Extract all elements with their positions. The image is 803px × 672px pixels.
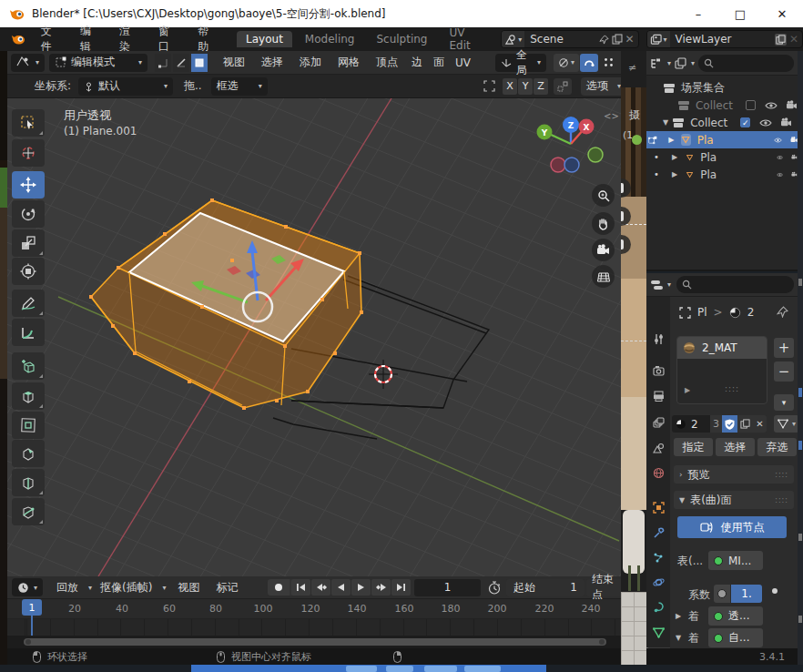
next-keyframe-button[interactable] [371,579,391,596]
fake-user-shield-button[interactable] [722,415,737,433]
vp-menu-uv[interactable]: UV [450,56,476,69]
material-users-button[interactable]: 3 [710,415,722,433]
unlink-material-button[interactable]: ✕ [753,415,767,433]
outliner-row-plane-3[interactable]: • ▶ Pla [646,166,798,183]
select-mode-edge[interactable] [173,54,189,72]
timeline-menu-view[interactable]: 视图 [169,580,208,596]
tab-modifiers[interactable] [646,522,670,544]
snap-target-icon[interactable] [483,79,496,93]
play-reverse-button[interactable] [331,579,351,596]
breadcrumb-material[interactable]: 2 [747,306,755,319]
viewlayer-copy-icon[interactable] [775,34,787,46]
timeline-ruler[interactable]: 20 40 60 80 100 120 140 160 180 200 220 … [7,599,621,619]
scene-unlink-icon[interactable]: ✕ [625,33,635,46]
playhead-current-frame[interactable]: 1 [22,599,42,616]
snap-dropdown[interactable]: ▾ [554,54,579,72]
outliner-filter-button[interactable]: ▾ [675,57,695,69]
editor-type-button[interactable]: ▾ [11,54,45,72]
tool-loop-cut[interactable] [12,469,45,496]
axis-x-toggle[interactable]: X [503,78,517,95]
workspace-tab-sculpting[interactable]: Sculpting [367,31,436,47]
tool-annotate[interactable] [12,290,45,317]
pan-hand-button[interactable] [592,212,615,235]
deselect-button[interactable]: 弃选 [757,438,797,456]
vp-menu-face[interactable]: 面 [428,55,450,70]
outliner-row-plane-2[interactable]: • ▶ Pla [646,148,798,166]
mode-dropdown[interactable]: 编辑模式 ▾ [49,54,147,72]
vp-menu-view[interactable]: 视图 [215,55,253,70]
shader2-dropdown[interactable]: 自... [708,628,763,647]
minimize-button[interactable]: – [677,0,719,27]
select-mode-face[interactable] [191,54,208,72]
prev-keyframe-button[interactable] [311,579,330,596]
viewport-3d[interactable]: Z X Y 用户透视 (1) Plane.001 <> [7,98,621,576]
use-nodes-button[interactable]: 使用节点 [677,516,787,538]
select-tool-dropdown[interactable]: 框选 ▾ [211,77,268,96]
menu-window[interactable]: 窗口 [148,24,188,55]
tool-box-select[interactable] [12,109,45,137]
tool-rotate[interactable] [12,200,45,228]
tab-scene[interactable] [646,437,670,459]
outliner-editor-button[interactable]: ▾ [650,57,671,69]
menu-file[interactable]: 文件 [31,24,70,55]
shader1-dropdown[interactable]: 透... [708,606,763,626]
outliner-row-collection-2[interactable]: ▼ Collect ✓ [646,114,798,131]
tool-bevel[interactable] [12,440,45,467]
tab-physics[interactable] [646,571,670,593]
current-frame-field[interactable]: 1 [414,579,481,596]
viewlayer-name[interactable]: ViewLayer [670,33,772,46]
blender-menu-icon[interactable] [11,33,25,46]
breadcrumb-object[interactable]: Pl [697,306,707,319]
collapsed-arrow-icon[interactable]: ▶ [676,612,681,620]
axis-gizmo[interactable]: Z X Y [537,117,604,172]
eye-icon[interactable] [774,136,782,145]
expand-arrow-icon[interactable]: ▶ [668,136,674,144]
tab-tool[interactable] [646,328,670,350]
material-slot-row[interactable]: 2_MAT [677,337,767,359]
workspace-tab-modeling[interactable]: Modeling [296,31,364,47]
tool-cursor[interactable] [12,139,45,167]
frame-start-field[interactable]: 起始 1 [506,579,584,596]
decorator-dot-icon[interactable] [772,588,778,594]
outliner-row-collection-1[interactable]: Collect [646,97,798,114]
camera-render-icon[interactable] [791,169,798,179]
jump-to-start-button[interactable] [291,579,310,596]
axis-y-toggle[interactable]: Y [518,78,533,95]
expand-arrow-icon[interactable]: ▶ [672,153,677,161]
maximize-button[interactable]: □ [719,0,761,27]
properties-editor-button[interactable]: ▾ [650,280,671,290]
menu-help[interactable]: 帮助 [188,24,227,55]
auto-key-button[interactable] [268,579,290,596]
play-button[interactable] [351,579,371,596]
tool-add-cube[interactable] [12,352,45,380]
menu-edit[interactable]: 编辑 [70,24,109,55]
expand-arrow-icon[interactable]: ▼ [663,118,668,127]
vp-menu-mesh[interactable]: 网格 [330,55,368,70]
factor-value-slider[interactable]: 1. [731,585,762,603]
workspace-tab-layout[interactable]: Layout [237,31,292,47]
tool-extrude-region[interactable] [12,382,45,410]
preview-panel-header[interactable]: › 预览 :::: [674,465,794,484]
surface-shader-dropdown[interactable]: MI... [708,551,763,570]
vp-menu-edge[interactable]: 边 [406,55,428,70]
pin-icon[interactable] [599,35,609,45]
panel-grip-icon[interactable]: :::: [775,471,788,479]
slot-remove-button[interactable]: − [774,361,794,382]
tab-object[interactable] [646,496,670,518]
outliner-row-scene-collection[interactable]: 场景集合 [646,79,798,97]
timeline-channels[interactable] [7,619,621,636]
slot-add-button[interactable]: + [774,338,794,358]
zoom-button[interactable] [592,184,615,207]
link-dropdown[interactable]: ▾ [774,415,799,433]
collection-checkbox-off[interactable] [746,100,756,110]
factor-socket-button[interactable] [714,585,730,603]
tab-particles[interactable] [646,546,670,568]
outliner-search[interactable] [698,55,794,72]
panel-grip-icon[interactable]: :::: [775,496,788,504]
tab-constraints[interactable] [646,596,670,618]
vp-menu-select[interactable]: 选择 [253,55,291,70]
camera-view-button[interactable] [592,239,615,261]
copy-icon[interactable] [612,34,623,45]
viewlayer-browse-button[interactable]: ▾ [647,31,670,47]
collection-checkbox-on[interactable]: ✓ [740,117,750,127]
